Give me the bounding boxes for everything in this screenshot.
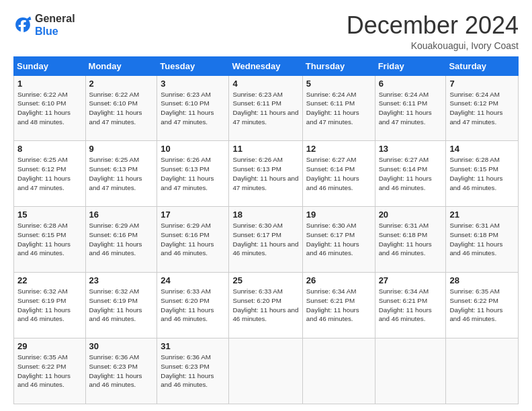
month-title: December 2024 (347, 12, 519, 39)
day-number: 18 (232, 210, 298, 220)
day-info: Sunrise: 6:29 AMSunset: 6:16 PMDaylight:… (161, 222, 214, 257)
day-info: Sunrise: 6:25 AMSunset: 6:12 PMDaylight:… (17, 156, 71, 191)
table-row (375, 338, 446, 404)
table-row: 16 Sunrise: 6:29 AMSunset: 6:16 PMDaylig… (85, 207, 157, 273)
day-number: 16 (89, 210, 154, 220)
table-row: 14 Sunrise: 6:28 AMSunset: 6:15 PMDaylig… (446, 141, 519, 207)
col-wednesday: Wednesday (229, 56, 302, 75)
day-info: Sunrise: 6:23 AMSunset: 6:11 PMDaylight:… (232, 91, 298, 126)
day-number: 25 (232, 275, 298, 285)
table-row: 11 Sunrise: 6:26 AMSunset: 6:13 PMDaylig… (229, 141, 302, 207)
calendar-week-row: 29 Sunrise: 6:35 AMSunset: 6:22 PMDaylig… (14, 338, 519, 404)
table-row: 19 Sunrise: 6:30 AMSunset: 6:17 PMDaylig… (302, 207, 375, 273)
day-number: 10 (161, 144, 225, 154)
table-row (302, 338, 375, 404)
day-number: 27 (379, 275, 443, 285)
table-row: 3 Sunrise: 6:23 AMSunset: 6:10 PMDayligh… (157, 75, 229, 141)
table-row: 20 Sunrise: 6:31 AMSunset: 6:18 PMDaylig… (375, 207, 446, 273)
day-info: Sunrise: 6:35 AMSunset: 6:22 PMDaylight:… (17, 353, 71, 388)
calendar-week-row: 1 Sunrise: 6:22 AMSunset: 6:10 PMDayligh… (14, 75, 519, 141)
day-number: 8 (17, 144, 82, 154)
day-info: Sunrise: 6:34 AMSunset: 6:21 PMDaylight:… (379, 287, 432, 322)
calendar-week-row: 22 Sunrise: 6:32 AMSunset: 6:19 PMDaylig… (14, 273, 519, 338)
day-info: Sunrise: 6:28 AMSunset: 6:15 PMDaylight:… (449, 156, 502, 191)
table-row: 28 Sunrise: 6:35 AMSunset: 6:22 PMDaylig… (446, 273, 519, 338)
day-info: Sunrise: 6:34 AMSunset: 6:21 PMDaylight:… (306, 287, 359, 322)
title-block: December 2024 Kouakouagui, Ivory Coast (347, 12, 519, 51)
table-row: 4 Sunrise: 6:23 AMSunset: 6:11 PMDayligh… (229, 75, 302, 141)
table-row: 17 Sunrise: 6:29 AMSunset: 6:16 PMDaylig… (157, 207, 229, 273)
day-number: 11 (232, 144, 298, 154)
table-row: 13 Sunrise: 6:27 AMSunset: 6:14 PMDaylig… (375, 141, 446, 207)
table-row: 12 Sunrise: 6:27 AMSunset: 6:14 PMDaylig… (302, 141, 375, 207)
day-number: 23 (89, 275, 154, 285)
day-number: 12 (306, 144, 371, 154)
day-number: 6 (379, 79, 443, 89)
calendar-week-row: 15 Sunrise: 6:28 AMSunset: 6:15 PMDaylig… (14, 207, 519, 273)
day-info: Sunrise: 6:27 AMSunset: 6:14 PMDaylight:… (379, 156, 432, 191)
day-info: Sunrise: 6:30 AMSunset: 6:17 PMDaylight:… (232, 222, 298, 257)
table-row: 15 Sunrise: 6:28 AMSunset: 6:15 PMDaylig… (14, 207, 86, 273)
table-row: 10 Sunrise: 6:26 AMSunset: 6:13 PMDaylig… (157, 141, 229, 207)
day-info: Sunrise: 6:32 AMSunset: 6:19 PMDaylight:… (89, 287, 142, 322)
calendar-week-row: 8 Sunrise: 6:25 AMSunset: 6:12 PMDayligh… (14, 141, 519, 207)
day-number: 13 (379, 144, 443, 154)
day-number: 19 (306, 210, 371, 220)
calendar-table: Sunday Monday Tuesday Wednesday Thursday… (13, 56, 519, 404)
table-row: 7 Sunrise: 6:24 AMSunset: 6:12 PMDayligh… (446, 75, 519, 141)
col-thursday: Thursday (302, 56, 375, 75)
header: General Blue December 2024 Kouakouagui, … (13, 12, 519, 51)
day-info: Sunrise: 6:29 AMSunset: 6:16 PMDaylight:… (89, 222, 142, 257)
table-row: 18 Sunrise: 6:30 AMSunset: 6:17 PMDaylig… (229, 207, 302, 273)
table-row: 22 Sunrise: 6:32 AMSunset: 6:19 PMDaylig… (14, 273, 86, 338)
day-info: Sunrise: 6:27 AMSunset: 6:14 PMDaylight:… (306, 156, 359, 191)
location: Kouakouagui, Ivory Coast (347, 40, 519, 51)
day-info: Sunrise: 6:24 AMSunset: 6:12 PMDaylight:… (449, 91, 502, 126)
day-info: Sunrise: 6:22 AMSunset: 6:10 PMDaylight:… (89, 91, 142, 126)
day-info: Sunrise: 6:28 AMSunset: 6:15 PMDaylight:… (17, 222, 71, 257)
table-row (446, 338, 519, 404)
day-info: Sunrise: 6:23 AMSunset: 6:10 PMDaylight:… (161, 91, 214, 126)
day-info: Sunrise: 6:30 AMSunset: 6:17 PMDaylight:… (306, 222, 359, 257)
table-row: 23 Sunrise: 6:32 AMSunset: 6:19 PMDaylig… (85, 273, 157, 338)
day-number: 2 (89, 79, 154, 89)
day-number: 1 (17, 79, 82, 89)
day-info: Sunrise: 6:35 AMSunset: 6:22 PMDaylight:… (449, 287, 502, 322)
col-monday: Monday (85, 56, 157, 75)
table-row: 26 Sunrise: 6:34 AMSunset: 6:21 PMDaylig… (302, 273, 375, 338)
day-number: 15 (17, 210, 82, 220)
day-info: Sunrise: 6:33 AMSunset: 6:20 PMDaylight:… (161, 287, 214, 322)
page: General Blue December 2024 Kouakouagui, … (0, 0, 532, 411)
day-number: 3 (161, 79, 225, 89)
day-number: 31 (161, 341, 225, 351)
day-number: 22 (17, 275, 82, 285)
table-row: 21 Sunrise: 6:31 AMSunset: 6:18 PMDaylig… (446, 207, 519, 273)
table-row: 5 Sunrise: 6:24 AMSunset: 6:11 PMDayligh… (302, 75, 375, 141)
logo-text: General Blue (35, 12, 75, 38)
day-info: Sunrise: 6:25 AMSunset: 6:13 PMDaylight:… (89, 156, 142, 191)
table-row: 24 Sunrise: 6:33 AMSunset: 6:20 PMDaylig… (157, 273, 229, 338)
day-info: Sunrise: 6:31 AMSunset: 6:18 PMDaylight:… (449, 222, 502, 257)
col-friday: Friday (375, 56, 446, 75)
table-row: 31 Sunrise: 6:36 AMSunset: 6:23 PMDaylig… (157, 338, 229, 404)
day-number: 28 (449, 275, 515, 285)
calendar-header-row: Sunday Monday Tuesday Wednesday Thursday… (14, 56, 519, 75)
table-row: 9 Sunrise: 6:25 AMSunset: 6:13 PMDayligh… (85, 141, 157, 207)
day-info: Sunrise: 6:36 AMSunset: 6:23 PMDaylight:… (161, 353, 214, 388)
day-number: 21 (449, 210, 515, 220)
day-number: 9 (89, 144, 154, 154)
day-number: 29 (17, 341, 82, 351)
col-tuesday: Tuesday (157, 56, 229, 75)
day-info: Sunrise: 6:36 AMSunset: 6:23 PMDaylight:… (89, 353, 142, 388)
day-number: 26 (306, 275, 371, 285)
day-number: 14 (449, 144, 515, 154)
col-sunday: Sunday (14, 56, 86, 75)
logo-icon (13, 15, 32, 34)
table-row: 29 Sunrise: 6:35 AMSunset: 6:22 PMDaylig… (14, 338, 86, 404)
day-info: Sunrise: 6:26 AMSunset: 6:13 PMDaylight:… (232, 156, 298, 191)
table-row: 27 Sunrise: 6:34 AMSunset: 6:21 PMDaylig… (375, 273, 446, 338)
day-info: Sunrise: 6:22 AMSunset: 6:10 PMDaylight:… (17, 91, 71, 126)
day-info: Sunrise: 6:31 AMSunset: 6:18 PMDaylight:… (379, 222, 432, 257)
table-row: 8 Sunrise: 6:25 AMSunset: 6:12 PMDayligh… (14, 141, 86, 207)
day-number: 30 (89, 341, 154, 351)
